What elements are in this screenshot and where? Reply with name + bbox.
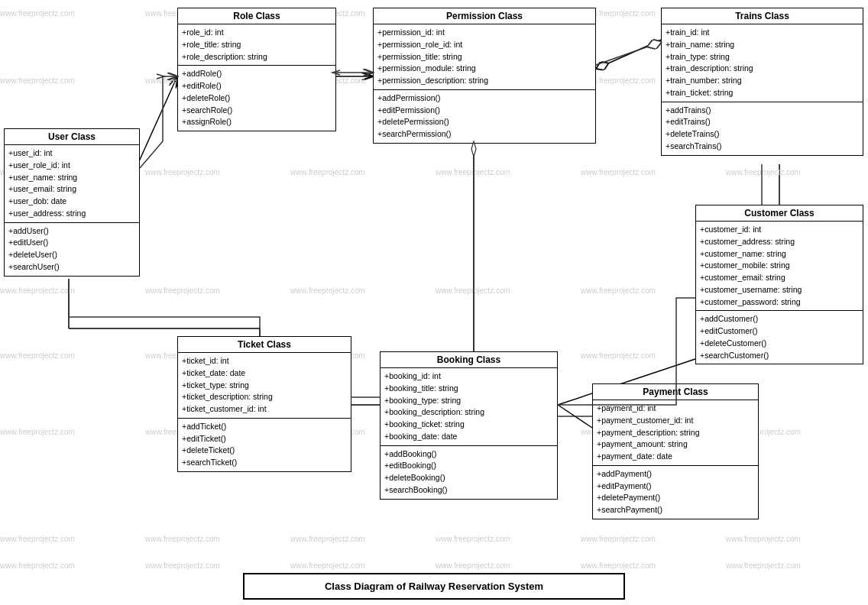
user-method-1: +editUser() <box>8 237 135 249</box>
permission-class-title: Permission Class <box>374 8 595 24</box>
booking-method-2: +deleteBooking() <box>384 472 553 484</box>
wm-r3-5: www.freeprojectz.com <box>581 168 656 176</box>
ticket-class-methods: +addTicket() +editTicket() +deleteTicket… <box>178 419 351 471</box>
wm-r8-2: www.freeprojectz.com <box>145 561 220 570</box>
perm-attr-2: +permission_title: string <box>377 51 591 63</box>
user-attr-5: +user_address: string <box>8 208 135 220</box>
trains-attr-0: +train_id: int <box>666 27 859 39</box>
ticket-attr-3: +ticket_description: string <box>182 391 347 403</box>
cust-attr-4: +customer_email: string <box>700 272 859 284</box>
role-method-1: +editRole() <box>182 80 332 92</box>
user-class-attrs: +user_id: int +user_role_id: int +user_n… <box>5 145 139 223</box>
wm-r4-4: www.freeprojectz.com <box>436 286 510 295</box>
role-method-2: +deleteRole() <box>182 92 332 105</box>
wm-r7-2: www.freeprojectz.com <box>145 535 220 543</box>
trains-class-methods: +addTrains() +editTrains() +deleteTrains… <box>662 102 863 155</box>
wm-row2-1: www.freeprojectz.com <box>0 76 75 85</box>
ticket-method-3: +searchTicket() <box>182 457 347 469</box>
booking-attr-2: +booking_type: string <box>384 395 553 407</box>
permission-class-methods: +addPermission() +editPermission() +dele… <box>374 90 595 143</box>
trains-attr-1: +train_name: string <box>666 39 859 51</box>
payment-attr-1: +payment_customer_id: int <box>597 415 754 427</box>
svg-line-3 <box>596 38 665 69</box>
booking-attr-4: +booking_ticket: string <box>384 419 553 431</box>
user-method-2: +deleteUser() <box>8 249 135 261</box>
trains-attr-3: +train_description: string <box>666 63 859 75</box>
payment-class-attrs: +payment_id: int +payment_customer_id: i… <box>593 400 758 466</box>
role-class: Role Class +role_id: int +role_title: st… <box>177 8 336 131</box>
booking-attr-3: +booking_description: string <box>384 406 553 419</box>
user-attr-2: +user_name: string <box>8 172 135 184</box>
ticket-attr-4: +ticket_customer_id: int <box>182 403 347 416</box>
wm-r4-3: www.freeprojectz.com <box>290 286 365 295</box>
permission-class-attrs: +permission_id: int +permission_role_id:… <box>374 24 595 90</box>
ticket-class-title: Ticket Class <box>178 337 351 353</box>
role-attr-2: +role_description: string <box>182 51 332 63</box>
wm-r6-1: www.freeprojectz.com <box>0 428 75 436</box>
user-class-title: User Class <box>5 129 139 145</box>
svg-line-1 <box>136 76 177 168</box>
wm-r8-1: www.freeprojectz.com <box>0 561 75 570</box>
user-attr-0: +user_id: int <box>8 147 135 160</box>
perm-attr-1: +permission_role_id: int <box>377 39 591 51</box>
cust-method-0: +addCustomer() <box>700 313 859 325</box>
role-method-4: +assignRole() <box>182 116 332 128</box>
perm-method-1: +editPermission() <box>377 105 591 117</box>
booking-class-attrs: +booking_id: int +booking_title: string … <box>381 368 557 446</box>
cust-attr-3: +customer_mobile: string <box>700 260 859 272</box>
payment-class-methods: +addPayment() +editPayment() +deletePaym… <box>593 466 758 519</box>
customer-class-methods: +addCustomer() +editCustomer() +deleteCu… <box>696 311 863 364</box>
booking-method-0: +addBooking() <box>384 448 553 461</box>
trains-method-1: +editTrains() <box>666 116 859 128</box>
wm-r3-6: www.freeprojectz.com <box>726 168 801 176</box>
role-class-title: Role Class <box>178 8 335 24</box>
permission-class: Permission Class +permission_id: int +pe… <box>373 8 596 144</box>
booking-attr-1: +booking_title: string <box>384 383 553 395</box>
payment-attr-4: +payment_date: date <box>597 451 754 463</box>
booking-method-1: +editBooking() <box>384 460 553 472</box>
trains-method-2: +deleteTrains() <box>666 128 859 141</box>
wm-r5-1: www.freeprojectz.com <box>0 351 75 360</box>
role-method-3: +searchRole() <box>182 105 332 117</box>
trains-method-0: +addTrains() <box>666 105 859 117</box>
cust-method-3: +searchCustomer() <box>700 350 859 362</box>
wm-r8-3: www.freeprojectz.com <box>290 561 365 570</box>
wm-r7-5: www.freeprojectz.com <box>581 535 656 543</box>
wm-r4-2: www.freeprojectz.com <box>145 286 220 295</box>
perm-method-0: +addPermission() <box>377 92 591 105</box>
role-attr-1: +role_title: string <box>182 39 332 51</box>
trains-attr-2: +train_type: string <box>666 51 859 63</box>
cust-attr-2: +customer_name: string <box>700 248 859 260</box>
cust-attr-0: +customer_id: int <box>700 224 859 236</box>
ticket-method-2: +deleteTicket() <box>182 445 347 457</box>
wm-r7-4: www.freeprojectz.com <box>436 535 510 543</box>
trains-class-attrs: +train_id: int +train_name: string +trai… <box>662 24 863 102</box>
svg-line-8 <box>558 405 592 428</box>
role-method-0: +addRole() <box>182 68 332 80</box>
user-method-0: +addUser() <box>8 225 135 238</box>
trains-attr-5: +train_ticket: string <box>666 87 859 99</box>
ticket-class: Ticket Class +ticket_id: int +ticket_dat… <box>177 336 351 472</box>
payment-method-0: +addPayment() <box>597 468 754 480</box>
ticket-method-1: +editTicket() <box>182 433 347 445</box>
ticket-method-0: +addTicket() <box>182 421 347 433</box>
perm-attr-0: +permission_id: int <box>377 27 591 39</box>
wm-r8-5: www.freeprojectz.com <box>581 561 656 570</box>
wm-r7-3: www.freeprojectz.com <box>290 535 365 543</box>
payment-attr-2: +payment_description: string <box>597 427 754 439</box>
user-class-methods: +addUser() +editUser() +deleteUser() +se… <box>5 223 139 276</box>
booking-class-title: Booking Class <box>381 352 557 368</box>
user-attr-4: +user_dob: date <box>8 196 135 208</box>
cust-attr-1: +customer_address: string <box>700 236 859 248</box>
ticket-attr-1: +ticket_date: date <box>182 367 347 380</box>
customer-class-attrs: +customer_id: int +customer_address: str… <box>696 222 863 311</box>
trains-method-3: +searchTrains() <box>666 141 859 153</box>
wm-r3-2: www.freeprojectz.com <box>145 168 220 176</box>
wm-r3-3: www.freeprojectz.com <box>290 168 365 176</box>
svg-line-15 <box>596 42 661 65</box>
wm-r8-4: www.freeprojectz.com <box>436 561 510 570</box>
diagram-title: Class Diagram of Railway Reservation Sys… <box>243 573 625 600</box>
watermark-1: www.freeprojectz.com <box>0 9 75 18</box>
perm-attr-3: +permission_module: string <box>377 63 591 75</box>
booking-class: Booking Class +booking_id: int +booking_… <box>380 351 558 500</box>
